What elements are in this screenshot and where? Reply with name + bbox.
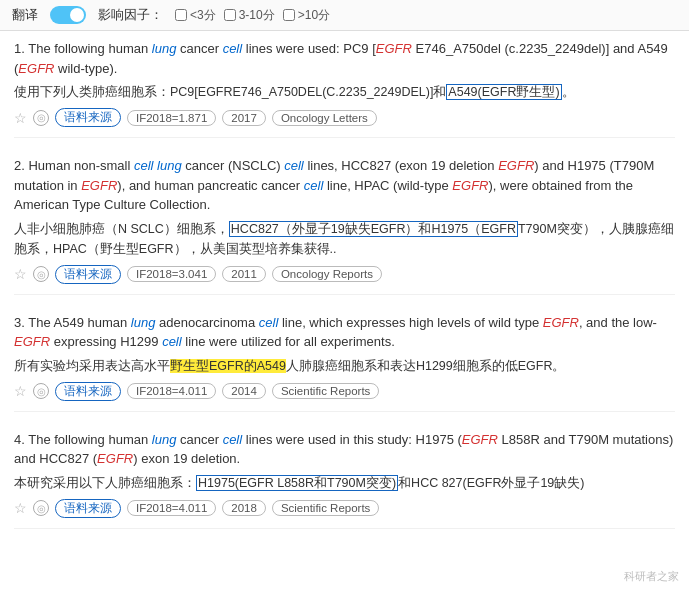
toggle-knob — [70, 8, 84, 22]
filter-gt10[interactable]: >10分 — [283, 7, 330, 24]
filter-3-10-checkbox[interactable] — [224, 9, 236, 21]
cell-2: cell — [134, 158, 154, 173]
journal-tag-4: Scientific Reports — [272, 500, 379, 516]
egfr-2: EGFR — [18, 61, 54, 76]
result-4-cn: 本研究采用以下人肺癌细胞系：H1975(EGFR L858R和T790M突变)和… — [14, 473, 675, 493]
star-2[interactable]: ☆ — [14, 266, 27, 282]
egfr-7: EGFR — [14, 334, 50, 349]
journal-tag-3: Scientific Reports — [272, 383, 379, 399]
result-item-3: 3. The A549 human lung adenocarcinoma ce… — [14, 313, 675, 412]
result-3-meta: ☆ ◎ 语料来源 IF2018=4.011 2014 Scientific Re… — [14, 382, 675, 401]
if-tag-4: IF2018=4.011 — [127, 500, 216, 516]
translate-toggle[interactable] — [50, 6, 86, 24]
egfr-5: EGFR — [452, 178, 488, 193]
filter-3-10[interactable]: 3-10分 — [224, 7, 275, 24]
journal-tag-1: Oncology Letters — [272, 110, 377, 126]
result-item-4: 4. The following human lung cancer cell … — [14, 430, 675, 529]
cell-7: cell — [223, 432, 243, 447]
cell-3: cell — [284, 158, 304, 173]
year-tag-3: 2014 — [222, 383, 266, 399]
cell-4: cell — [304, 178, 324, 193]
result-item-2: 2. Human non-small cell lung cancer (NSC… — [14, 156, 675, 295]
result-3-cn: 所有实验均采用表达高水平野生型EGFR的A549人肺腺癌细胞系和表达H1299细… — [14, 356, 675, 376]
header-bar: 翻译 影响因子： <3分 3-10分 >10分 — [0, 0, 689, 31]
circle-4[interactable]: ◎ — [33, 500, 49, 516]
result-2-cn: 人非小细胞肺癌（N SCLC）细胞系，HCC827（外显子19缺失EGFR）和H… — [14, 219, 675, 259]
egfr-8: EGFR — [462, 432, 498, 447]
filter-group: <3分 3-10分 >10分 — [175, 7, 330, 24]
source-tag-4[interactable]: 语料来源 — [55, 499, 121, 518]
result-1-num: 1. — [14, 41, 25, 56]
cn-highlight-3: 野生型EGFR的A549 — [170, 359, 286, 373]
star-1[interactable]: ☆ — [14, 110, 27, 126]
filter-gt10-checkbox[interactable] — [283, 9, 295, 21]
circle-2[interactable]: ◎ — [33, 266, 49, 282]
result-2-en: 2. Human non-small cell lung cancer (NSC… — [14, 156, 675, 215]
result-4-en: 4. The following human lung cancer cell … — [14, 430, 675, 469]
star-3[interactable]: ☆ — [14, 383, 27, 399]
lung-1: lung — [152, 41, 177, 56]
egfr-6: EGFR — [543, 315, 579, 330]
result-item-1: 1. The following human lung cancer cell … — [14, 39, 675, 138]
cn-highlight-4: H1975(EGFR L858R和T790M突变) — [196, 475, 398, 491]
lung-2: lung — [157, 158, 182, 173]
egfr-4: EGFR — [81, 178, 117, 193]
cn-highlight-1: A549(EGFR野生型) — [446, 84, 561, 100]
result-2-num: 2. — [14, 158, 25, 173]
filter-lt3-checkbox[interactable] — [175, 9, 187, 21]
result-1-cn: 使用下列人类肺癌细胞系：PC9[EGFRE746_A750DEL(C.2235_… — [14, 82, 675, 102]
main-content: 1. The following human lung cancer cell … — [0, 31, 689, 555]
if-tag-2: IF2018=3.041 — [127, 266, 216, 282]
cell-6: cell — [162, 334, 182, 349]
filter-lt3[interactable]: <3分 — [175, 7, 216, 24]
cn-highlight-2: HCC827（外显子19缺失EGFR）和H1975（EGFR — [229, 221, 518, 237]
translate-label: 翻译 — [12, 6, 38, 24]
result-1-meta: ☆ ◎ 语料来源 IF2018=1.871 2017 Oncology Lett… — [14, 108, 675, 127]
result-4-num: 4. — [14, 432, 25, 447]
year-tag-1: 2017 — [222, 110, 266, 126]
result-2-meta: ☆ ◎ 语料来源 IF2018=3.041 2011 Oncology Repo… — [14, 265, 675, 284]
egfr-3b: R — [525, 158, 534, 173]
egfr-9: EGFR — [97, 451, 133, 466]
year-tag-2: 2011 — [222, 266, 266, 282]
circle-3[interactable]: ◎ — [33, 383, 49, 399]
watermark: 科研者之家 — [624, 569, 679, 584]
source-tag-1[interactable]: 语料来源 — [55, 108, 121, 127]
source-tag-3[interactable]: 语料来源 — [55, 382, 121, 401]
egfr-3: EGF — [498, 158, 525, 173]
circle-1[interactable]: ◎ — [33, 110, 49, 126]
year-tag-4: 2018 — [222, 500, 266, 516]
result-3-num: 3. — [14, 315, 25, 330]
if-tag-3: IF2018=4.011 — [127, 383, 216, 399]
influence-label: 影响因子： — [98, 6, 163, 24]
source-tag-2[interactable]: 语料来源 — [55, 265, 121, 284]
journal-tag-2: Oncology Reports — [272, 266, 382, 282]
if-tag-1: IF2018=1.871 — [127, 110, 216, 126]
cell-1: cell — [223, 41, 243, 56]
result-4-meta: ☆ ◎ 语料来源 IF2018=4.011 2018 Scientific Re… — [14, 499, 675, 518]
lung-4: lung — [152, 432, 177, 447]
star-4[interactable]: ☆ — [14, 500, 27, 516]
result-3-en: 3. The A549 human lung adenocarcinoma ce… — [14, 313, 675, 352]
egfr-1: EGFR — [376, 41, 412, 56]
cell-5: cell — [259, 315, 279, 330]
lung-3: lung — [131, 315, 156, 330]
result-1-en: 1. The following human lung cancer cell … — [14, 39, 675, 78]
